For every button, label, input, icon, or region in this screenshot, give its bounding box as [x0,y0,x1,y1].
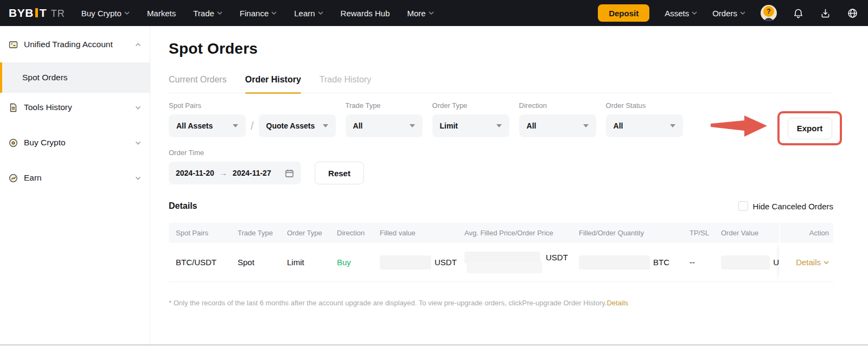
direction-select[interactable]: All [519,114,596,137]
sidebar-item-buy-crypto[interactable]: Buy Crypto [9,137,141,148]
caret-down-icon [233,124,238,127]
chevron-down-icon [271,11,277,15]
chevron-down-icon [429,11,434,15]
logo-candle-icon [35,8,38,17]
caret-down-icon [583,124,589,127]
topnav-right: Deposit Assets Orders ? [598,4,858,22]
chevron-down-icon [135,106,141,110]
tab-trade-history[interactable]: Trade History [320,75,371,93]
chevron-down-icon [740,11,745,15]
notifications-bell-icon[interactable] [792,7,804,19]
cell-filled-value: USDT [373,255,457,270]
sidebar: Unified Trading Account Spot Orders Tool… [0,26,150,344]
question-badge-icon: ? [763,6,774,17]
cell-spot-pair: BTC/USDT [169,258,231,267]
download-icon[interactable] [819,7,831,19]
trade-type-select[interactable]: All [346,114,423,137]
redacted-value [721,255,770,270]
export-button[interactable]: Export [788,118,832,139]
redacted-value [380,255,431,270]
chevron-down-icon [135,176,141,180]
cell-direction: Buy [330,258,373,267]
filter-order-type: Order Type Limit [432,101,509,137]
profile-avatar[interactable]: ? [761,5,777,21]
col-avg-price: Avg. Filled Price/Order Price [457,229,572,237]
hide-canceled-checkbox[interactable] [738,201,748,211]
sidebar-item-unified-trading-account[interactable]: Unified Trading Account [9,39,141,50]
pair-separator: / [251,120,254,132]
tab-order-history[interactable]: Order History [245,75,301,93]
sidebar-item-earn[interactable]: Earn [9,172,141,183]
chevron-down-icon [135,141,141,145]
table-header: Spot Pairs Trade Type Order Type Directi… [169,223,833,243]
primary-nav: Buy Crypto Markets Trade Finance Learn R… [81,9,434,18]
bybit-logo[interactable]: BYBT TR [9,7,65,20]
logo-region: TR [51,8,65,20]
cell-quantity: BTC [572,255,682,270]
filter-direction: Direction All [519,101,596,137]
tab-current-orders[interactable]: Current Orders [169,75,227,93]
caret-down-icon [410,124,415,127]
col-action: Action [779,223,833,243]
col-filled-value: Filled value [373,229,457,237]
table-row: BTC/USDT Spot Limit Buy USDT [169,243,833,282]
nav-finance[interactable]: Finance [240,9,277,18]
date-range-picker[interactable]: 2024-11-20 → 2024-11-27 [169,162,301,184]
order-time-label: Order Time [169,149,833,157]
sidebar-item-tools-history[interactable]: Tools History [9,102,141,113]
cell-order-type: Limit [280,258,330,267]
quote-asset-select[interactable]: Quote Assets [259,114,336,137]
annotation-arrow-icon [711,114,767,139]
caret-down-icon [323,124,328,127]
details-heading: Details [169,201,197,211]
avatar-silhouette [764,18,773,21]
filter-label: Trade Type [346,101,423,110]
chevron-down-icon [217,11,222,15]
details-header-row: Details Hide Canceled Orders [169,201,833,211]
account-card-icon [9,40,18,49]
sidebar-item-spot-orders[interactable]: Spot Orders [0,62,150,93]
order-status-select[interactable]: All [606,114,683,137]
page-body: Unified Trading Account Spot Orders Tool… [0,26,868,344]
nav-trade[interactable]: Trade [193,9,222,18]
hide-canceled-label: Hide Canceled Orders [753,202,833,211]
filter-label: Order Status [606,101,683,110]
chevron-down-icon [824,261,829,264]
filter-label: Direction [519,101,596,110]
document-icon [9,103,18,112]
cell-order-value: U [714,255,779,270]
redacted-value [467,261,542,273]
reset-button[interactable]: Reset [315,162,364,184]
nav-learn[interactable]: Learn [294,9,323,18]
nav-assets[interactable]: Assets [665,9,697,18]
order-tabs: Current Orders Order History Trade Histo… [169,75,833,93]
row-details-button[interactable]: Details [796,258,829,267]
range-arrow-icon: → [220,169,227,177]
nav-more[interactable]: More [407,9,433,18]
caret-down-icon [496,124,502,127]
footnote: * Only the records of the last 6 months … [169,299,833,307]
redacted-value [579,255,650,270]
chevron-down-icon [692,11,697,15]
base-asset-select[interactable]: All Assets [169,114,246,137]
order-time-row: 2024-11-20 → 2024-11-27 Reset [169,162,833,184]
earn-growth-icon [9,174,18,183]
export-annotation-box: Export [777,111,842,145]
filter-spot-pairs: Spot Pairs All Assets / Quote Assets [169,101,336,137]
chevron-up-icon [135,43,141,47]
orders-table: Spot Pairs Trade Type Order Type Directi… [169,223,833,282]
hide-canceled-toggle[interactable]: Hide Canceled Orders [738,201,833,211]
nav-orders[interactable]: Orders [712,9,745,18]
filter-label: Order Type [432,101,509,110]
nav-markets[interactable]: Markets [147,9,176,18]
col-quantity: Filled/Order Quantity [572,229,682,237]
nav-buy-crypto[interactable]: Buy Crypto [81,9,130,18]
footnote-text: * Only the records of the last 6 months … [169,299,607,307]
nav-rewards-hub[interactable]: Rewards Hub [341,9,390,18]
globe-language-icon[interactable] [846,7,858,19]
deposit-button[interactable]: Deposit [598,4,649,22]
footnote-details-link[interactable]: Details [607,299,628,307]
col-trade-type: Trade Type [231,229,280,237]
calendar-icon [285,169,294,178]
order-type-select[interactable]: Limit [432,114,509,137]
